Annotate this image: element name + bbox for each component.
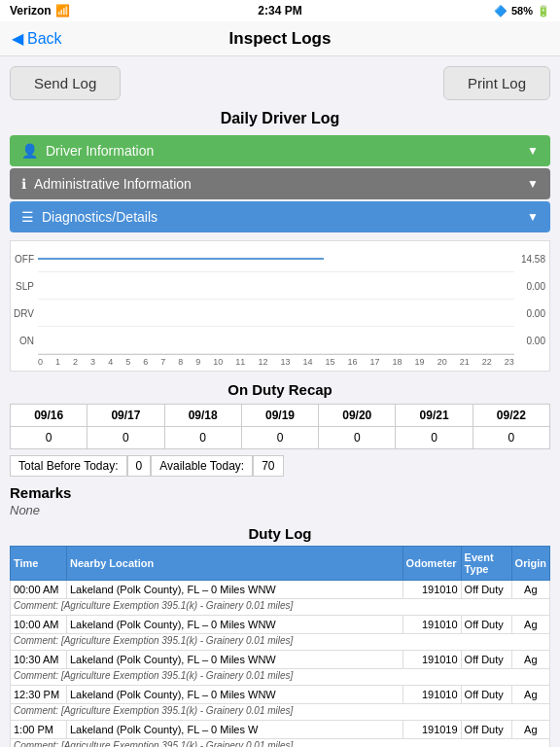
carrier-label: Verizon bbox=[10, 4, 52, 18]
battery-label: 58% bbox=[511, 5, 533, 17]
row-origin: Ag bbox=[511, 616, 549, 634]
row-location: Lakeland (Polk County), FL – 0 Miles WNW bbox=[67, 651, 403, 669]
recap-col-0922: 09/22 bbox=[472, 405, 549, 427]
duty-log-row: 10:00 AM Lakeland (Polk County), FL – 0 … bbox=[11, 616, 550, 634]
chart-label-slp: SLP bbox=[11, 281, 38, 292]
duty-log-header-row: Time Nearby Location Odometer Event Type… bbox=[11, 547, 550, 581]
row-origin: Ag bbox=[511, 721, 549, 739]
row-origin: Ag bbox=[511, 686, 549, 704]
chart-label-off: OFF bbox=[11, 254, 38, 265]
battery-icon: 🔋 bbox=[537, 5, 550, 18]
driver-chevron-icon: ▼ bbox=[527, 144, 539, 158]
total-before-label: Total Before Today: bbox=[10, 455, 127, 477]
chart-label-on: ON bbox=[11, 336, 38, 346]
recap-col-0917: 09/17 bbox=[88, 405, 164, 427]
duty-log-comment-row: Comment: [Agriculture Exemption 395.1(k)… bbox=[11, 704, 550, 721]
row-time: 00:00 AM bbox=[11, 581, 67, 599]
row-odometer: 191010 bbox=[402, 686, 461, 704]
recap-col-0919: 09/19 bbox=[241, 405, 318, 427]
recap-col-0918: 09/18 bbox=[164, 405, 241, 427]
daily-driver-log-title: Daily Driver Log bbox=[10, 110, 550, 127]
row-comment: Comment: [Agriculture Exemption 395.1(k)… bbox=[11, 669, 550, 686]
status-time: 2:34 PM bbox=[258, 4, 301, 18]
recap-col-0916: 09/16 bbox=[11, 405, 88, 427]
row-origin: Ag bbox=[511, 581, 549, 599]
diagnostics-chevron-icon: ▼ bbox=[527, 210, 539, 224]
chart-row-on: ON 0.00 bbox=[11, 327, 549, 354]
remarks-value: None bbox=[10, 503, 550, 517]
recap-val-6: 0 bbox=[472, 427, 549, 449]
bluetooth-icon: 🔷 bbox=[494, 5, 508, 18]
admin-info-label: Administrative Information bbox=[34, 176, 192, 192]
back-label: Back bbox=[27, 30, 62, 48]
driver-info-label: Driver Information bbox=[46, 143, 154, 159]
chart-numbers: 012 345 678 91011 121314 151617 181920 2… bbox=[38, 354, 514, 367]
duty-log-title: Duty Log bbox=[10, 525, 550, 542]
col-header-time: Time bbox=[11, 547, 67, 581]
row-origin: Ag bbox=[511, 651, 549, 669]
total-before-value: 0 bbox=[127, 455, 152, 477]
chart-row-off: OFF 14.58 bbox=[11, 245, 549, 272]
back-button[interactable]: ◀ Back bbox=[12, 29, 62, 48]
recap-val-1: 0 bbox=[88, 427, 164, 449]
accordion-left-diag: ☰ Diagnostics/Details bbox=[21, 209, 158, 225]
chart-grid-slp bbox=[38, 272, 514, 300]
row-location: Lakeland (Polk County), FL – 0 Miles WNW bbox=[67, 686, 403, 704]
duty-log-comment-row: Comment: [Agriculture Exemption 395.1(k)… bbox=[11, 634, 550, 651]
row-location: Lakeland (Polk County), FL – 0 Miles W bbox=[67, 721, 403, 739]
duty-log-comment-row: Comment: [Agriculture Exemption 395.1(k)… bbox=[11, 739, 550, 748]
duty-log-comment-row: Comment: [Agriculture Exemption 395.1(k)… bbox=[11, 599, 550, 616]
recap-values-row: 0 0 0 0 0 0 0 bbox=[11, 427, 550, 449]
duty-log-row: 00:00 AM Lakeland (Polk County), FL – 0 … bbox=[11, 581, 550, 599]
row-event: Off Duty bbox=[461, 651, 511, 669]
recap-val-3: 0 bbox=[241, 427, 318, 449]
on-duty-recap-title: On Duty Recap bbox=[10, 381, 550, 398]
row-event: Off Duty bbox=[461, 581, 511, 599]
row-odometer: 191010 bbox=[402, 581, 461, 599]
remarks-title: Remarks bbox=[10, 484, 550, 501]
col-header-event: Event Type bbox=[461, 547, 511, 581]
col-header-origin: Origin bbox=[511, 547, 549, 581]
send-log-button[interactable]: Send Log bbox=[10, 66, 121, 100]
driver-icon: 👤 bbox=[21, 143, 38, 159]
chart-label-drv: DRV bbox=[11, 308, 38, 319]
row-location: Lakeland (Polk County), FL – 0 Miles WNW bbox=[67, 616, 403, 634]
row-event: Off Duty bbox=[461, 616, 511, 634]
availability-row: Total Before Today: 0 Available Today: 7… bbox=[10, 455, 550, 477]
row-odometer: 191010 bbox=[402, 651, 461, 669]
duty-chart: OFF 14.58 SLP 0.00 DRV 0.00 ON 0.00 012 … bbox=[10, 240, 550, 372]
back-chevron-icon: ◀ bbox=[12, 29, 23, 48]
print-log-button[interactable]: Print Log bbox=[443, 66, 550, 100]
available-label: Available Today: bbox=[151, 455, 253, 477]
admin-chevron-icon: ▼ bbox=[527, 177, 539, 191]
col-header-odometer: Odometer bbox=[402, 547, 461, 581]
driver-info-accordion[interactable]: 👤 Driver Information ▼ bbox=[10, 135, 550, 166]
row-odometer: 191019 bbox=[402, 721, 461, 739]
available-value: 70 bbox=[253, 455, 283, 477]
admin-icon: ℹ bbox=[21, 176, 26, 192]
recap-table: 09/16 09/17 09/18 09/19 09/20 09/21 09/2… bbox=[10, 404, 550, 449]
row-event: Off Duty bbox=[461, 686, 511, 704]
col-header-location: Nearby Location bbox=[67, 547, 403, 581]
status-right: 🔷 58% 🔋 bbox=[494, 5, 550, 18]
chart-value-on: 0.00 bbox=[514, 336, 549, 346]
nav-bar: ◀ Back Inspect Logs bbox=[0, 21, 560, 56]
diagnostics-icon: ☰ bbox=[21, 209, 34, 225]
row-location: Lakeland (Polk County), FL – 0 Miles WNW bbox=[67, 581, 403, 599]
row-event: Off Duty bbox=[461, 721, 511, 739]
row-comment: Comment: [Agriculture Exemption 395.1(k)… bbox=[11, 599, 550, 616]
admin-info-accordion[interactable]: ℹ Administrative Information ▼ bbox=[10, 168, 550, 199]
remarks-section: Remarks None bbox=[10, 484, 550, 517]
chart-line-off bbox=[38, 258, 324, 260]
chart-value-off: 14.58 bbox=[514, 254, 549, 265]
row-comment: Comment: [Agriculture Exemption 395.1(k)… bbox=[11, 634, 550, 651]
row-time: 10:30 AM bbox=[11, 651, 67, 669]
duty-log-table: Time Nearby Location Odometer Event Type… bbox=[10, 546, 550, 747]
chart-row-slp: SLP 0.00 bbox=[11, 272, 549, 300]
chart-value-slp: 0.00 bbox=[514, 281, 549, 292]
row-comment: Comment: [Agriculture Exemption 395.1(k)… bbox=[11, 704, 550, 721]
duty-log-row: 12:30 PM Lakeland (Polk County), FL – 0 … bbox=[11, 686, 550, 704]
row-odometer: 191010 bbox=[402, 616, 461, 634]
chart-row-drv: DRV 0.00 bbox=[11, 300, 549, 327]
diagnostics-accordion[interactable]: ☰ Diagnostics/Details ▼ bbox=[10, 201, 550, 232]
